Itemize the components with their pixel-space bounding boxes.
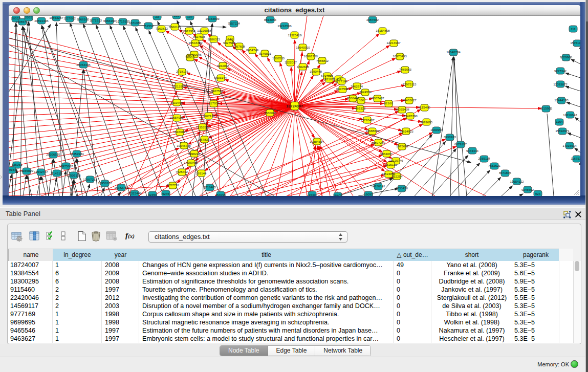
svg-text:7485063: 7485063 <box>399 68 412 71</box>
svg-text:15720407: 15720407 <box>360 118 375 122</box>
svg-text:16961758: 16961758 <box>303 54 318 58</box>
svg-text:10973493: 10973493 <box>393 54 407 58</box>
svg-text:105: 105 <box>174 16 180 17</box>
svg-text:11156829: 11156829 <box>20 169 34 172</box>
svg-text:14055714: 14055714 <box>15 20 30 24</box>
svg-text:6497568: 6497568 <box>336 87 349 91</box>
svg-text:11353594: 11353594 <box>195 125 210 129</box>
svg-text:17957253: 17957253 <box>83 178 97 181</box>
svg-text:10046738: 10046738 <box>177 144 191 147</box>
svg-text:62160: 62160 <box>384 101 393 105</box>
svg-text:924: 924 <box>535 192 541 195</box>
svg-text:8427552: 8427552 <box>211 89 224 93</box>
svg-text:12444195: 12444195 <box>554 98 569 102</box>
svg-text:19654985: 19654985 <box>169 116 184 119</box>
svg-text:336: 336 <box>359 98 364 102</box>
svg-text:9474444: 9474444 <box>466 149 479 152</box>
svg-text:19463627: 19463627 <box>402 98 417 102</box>
svg-text:9115460: 9115460 <box>418 105 430 109</box>
svg-text:1733426: 1733426 <box>396 186 408 190</box>
svg-text:10210643: 10210643 <box>563 113 577 117</box>
svg-text:1716485: 1716485 <box>204 185 216 189</box>
svg-text:6966160: 6966160 <box>103 19 116 23</box>
svg-text:14136141: 14136141 <box>371 184 385 188</box>
svg-text:9327503: 9327503 <box>193 35 206 38</box>
svg-text:15692971: 15692971 <box>555 129 570 133</box>
svg-text:9084067: 9084067 <box>380 152 393 156</box>
svg-text:317004: 317004 <box>209 101 220 105</box>
svg-text:1610755: 1610755 <box>170 101 183 104</box>
svg-text:751552: 751552 <box>143 24 154 28</box>
svg-text:8938923: 8938923 <box>444 135 456 139</box>
svg-text:1322037: 1322037 <box>285 60 297 64</box>
svg-text:2087682: 2087682 <box>366 18 379 21</box>
svg-text:12093872: 12093872 <box>553 82 568 86</box>
svg-text:10025438: 10025438 <box>395 107 409 111</box>
svg-text:114519: 114519 <box>52 171 62 175</box>
svg-text:3498222: 3498222 <box>188 152 201 156</box>
svg-text:10807487: 10807487 <box>370 96 384 100</box>
svg-text:16543382: 16543382 <box>188 41 203 45</box>
svg-text:1588520: 1588520 <box>272 56 285 60</box>
svg-text:12213309: 12213309 <box>171 84 186 88</box>
svg-text:7163822: 7163822 <box>156 27 168 30</box>
svg-text:1164: 1164 <box>556 120 563 123</box>
svg-text:20053346: 20053346 <box>76 63 91 67</box>
svg-text:3267130: 3267130 <box>203 114 215 118</box>
svg-text:20206535: 20206535 <box>46 152 60 156</box>
svg-text:10719155: 10719155 <box>116 19 130 23</box>
svg-text:16033809: 16033809 <box>205 17 220 20</box>
svg-text:19384554: 19384554 <box>310 140 324 143</box>
svg-text:10654112: 10654112 <box>510 180 524 183</box>
svg-text:8813054: 8813054 <box>264 18 277 21</box>
svg-text:8454749: 8454749 <box>246 48 259 52</box>
svg-text:20557: 20557 <box>11 16 20 20</box>
svg-text:10975867: 10975867 <box>59 164 73 168</box>
svg-text:16648784: 16648784 <box>446 50 461 54</box>
svg-text:17359934: 17359934 <box>70 152 84 156</box>
svg-text:1990448: 1990448 <box>310 70 322 73</box>
svg-text:16409: 16409 <box>333 193 342 196</box>
svg-text:17016514: 17016514 <box>562 144 577 147</box>
svg-text:20691406: 20691406 <box>34 19 49 23</box>
svg-text:1530027: 1530027 <box>264 111 277 115</box>
svg-text:8912954: 8912954 <box>183 29 196 33</box>
svg-text:107: 107 <box>187 16 193 18</box>
svg-text:9327508: 9327508 <box>223 41 236 45</box>
svg-text:15751074: 15751074 <box>570 41 580 45</box>
svg-text:9227342: 9227342 <box>554 69 567 73</box>
svg-text:10688609: 10688609 <box>365 129 380 133</box>
svg-text:19654923: 19654923 <box>399 129 413 133</box>
svg-text:9245: 9245 <box>162 192 169 195</box>
svg-text:12505135: 12505135 <box>67 173 81 177</box>
svg-text:16154808: 16154808 <box>376 29 390 32</box>
svg-text:546: 546 <box>228 37 233 41</box>
svg-text:12942737: 12942737 <box>34 170 48 173</box>
svg-text:10653267: 10653267 <box>49 16 63 19</box>
svg-text:10958107: 10958107 <box>98 181 112 185</box>
svg-text:8186323: 8186323 <box>208 37 221 41</box>
svg-text:9699695: 9699695 <box>420 120 433 124</box>
svg-text:169144: 169144 <box>196 171 207 175</box>
svg-text:9857791: 9857791 <box>167 183 180 187</box>
svg-text:12323446: 12323446 <box>127 191 142 195</box>
svg-text:13495798: 13495798 <box>403 114 418 118</box>
svg-text:7955812: 7955812 <box>316 59 329 62</box>
svg-text:1621072: 1621072 <box>323 77 336 81</box>
svg-text:1671355: 1671355 <box>129 21 142 25</box>
svg-text:2367608: 2367608 <box>233 45 246 48</box>
svg-text:2536442: 2536442 <box>347 96 360 100</box>
svg-text:7462674: 7462674 <box>351 84 363 88</box>
svg-text:1640: 1640 <box>309 193 316 196</box>
svg-text:3624554: 3624554 <box>359 90 372 94</box>
svg-text:10120746: 10120746 <box>389 159 403 162</box>
svg-text:7632621: 7632621 <box>488 164 501 167</box>
svg-text:111: 111 <box>571 27 576 31</box>
svg-text:23: 23 <box>156 16 159 18</box>
svg-text:18724007: 18724007 <box>286 104 303 108</box>
svg-text:1640954: 1640954 <box>430 128 443 132</box>
svg-text:14099489: 14099489 <box>184 161 198 164</box>
svg-text:9146821: 9146821 <box>259 52 272 55</box>
svg-text:16640910: 16640910 <box>296 46 310 49</box>
svg-text:2055: 2055 <box>25 16 32 19</box>
